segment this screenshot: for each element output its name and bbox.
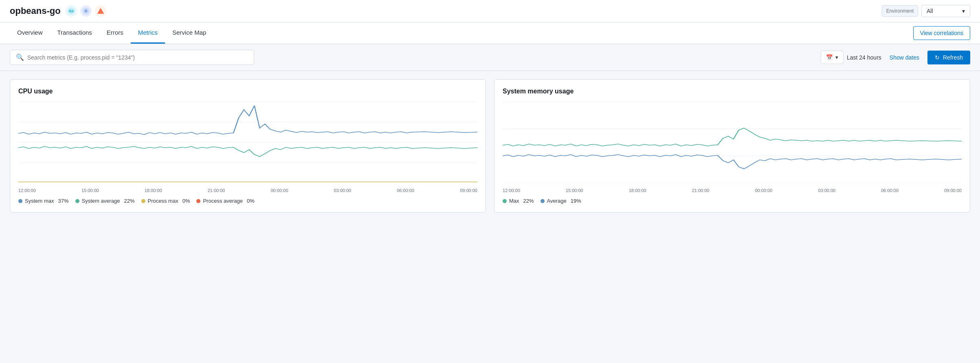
refresh-button[interactable]: ↻ Refresh <box>927 51 970 64</box>
calendar-button[interactable]: 📅 ▾ <box>821 51 844 64</box>
chevron-down-icon: ▾ <box>835 54 838 60</box>
tab-metrics[interactable]: Metrics <box>131 22 165 44</box>
show-dates-button[interactable]: Show dates <box>885 51 924 64</box>
svg-text:⚙: ⚙ <box>84 9 88 13</box>
process-avg-dot <box>196 199 200 203</box>
toolbar: 🔍 📅 ▾ Last 24 hours Show dates ↻ Refresh <box>0 44 980 71</box>
svg-marker-4 <box>97 8 104 14</box>
main-content: CPU usage 60% 40% 20% 0% <box>0 71 980 221</box>
process-max-dot <box>141 199 145 203</box>
tab-overview[interactable]: Overview <box>10 22 50 44</box>
environment-select[interactable]: All ▾ <box>921 5 970 17</box>
memory-chart-title: System memory usage <box>503 88 962 95</box>
memory-max-dot <box>503 199 507 203</box>
legend-system-max: System max 37% <box>18 198 69 204</box>
search-box: 🔍 <box>10 50 254 65</box>
app-title: opbeans-go <box>10 6 61 16</box>
header-left: opbeans-go Go ⚙ <box>10 5 106 17</box>
header: opbeans-go Go ⚙ <box>0 0 980 22</box>
environment-label: Environment <box>882 5 918 17</box>
memory-chart-area <box>503 102 962 183</box>
environment-value: All <box>927 8 933 14</box>
search-icon: 🔍 <box>16 53 24 61</box>
apm-icon[interactable] <box>95 5 106 17</box>
kubernetes-icon[interactable]: ⚙ <box>80 5 92 17</box>
cpu-chart-svg: 60% 40% 20% 0% <box>18 102 477 183</box>
legend-process-avg: Process average 0% <box>196 198 254 204</box>
tab-service-map[interactable]: Service Map <box>165 22 213 44</box>
header-icons: Go ⚙ <box>66 5 106 17</box>
memory-chart-card: System memory usage 12:00:00 15:00:00 18… <box>494 79 970 212</box>
chevron-down-icon: ▾ <box>962 8 965 14</box>
memory-avg-dot <box>541 199 545 203</box>
calendar-icon: 📅 <box>826 54 833 60</box>
navigation: Overview Transactions Errors Metrics Ser… <box>0 22 980 44</box>
cpu-chart-card: CPU usage 60% 40% 20% 0% <box>10 79 486 212</box>
legend-memory-max: Max 22% <box>503 198 534 204</box>
legend-memory-avg: Average 19% <box>541 198 581 204</box>
time-control: 📅 ▾ Last 24 hours Show dates ↻ Refresh <box>821 51 970 64</box>
system-max-dot <box>18 199 22 203</box>
refresh-label: Refresh <box>943 54 963 61</box>
go-icon[interactable]: Go <box>66 5 77 17</box>
memory-chart-svg <box>503 102 962 183</box>
cpu-x-axis: 12:00:00 15:00:00 18:00:00 21:00:00 00:0… <box>18 186 477 193</box>
search-input[interactable] <box>27 54 248 61</box>
legend-process-max: Process max 0% <box>141 198 190 204</box>
memory-legend: Max 22% Average 19% <box>503 198 962 204</box>
view-correlations-button[interactable]: View correlations <box>913 26 970 40</box>
nav-tabs: Overview Transactions Errors Metrics Ser… <box>10 22 213 44</box>
tab-errors[interactable]: Errors <box>99 22 131 44</box>
svg-text:Go: Go <box>69 9 74 13</box>
header-right: Environment All ▾ <box>882 5 970 17</box>
system-avg-dot <box>75 199 79 203</box>
cpu-chart-area: 60% 40% 20% 0% <box>18 102 477 183</box>
time-range-text: Last 24 hours <box>847 54 881 61</box>
cpu-legend: System max 37% System average 22% Proces… <box>18 198 477 204</box>
legend-system-avg: System average 22% <box>75 198 135 204</box>
refresh-icon: ↻ <box>935 54 940 61</box>
tab-transactions[interactable]: Transactions <box>50 22 99 44</box>
cpu-chart-title: CPU usage <box>18 88 477 95</box>
memory-x-axis: 12:00:00 15:00:00 18:00:00 21:00:00 00:0… <box>503 186 962 193</box>
